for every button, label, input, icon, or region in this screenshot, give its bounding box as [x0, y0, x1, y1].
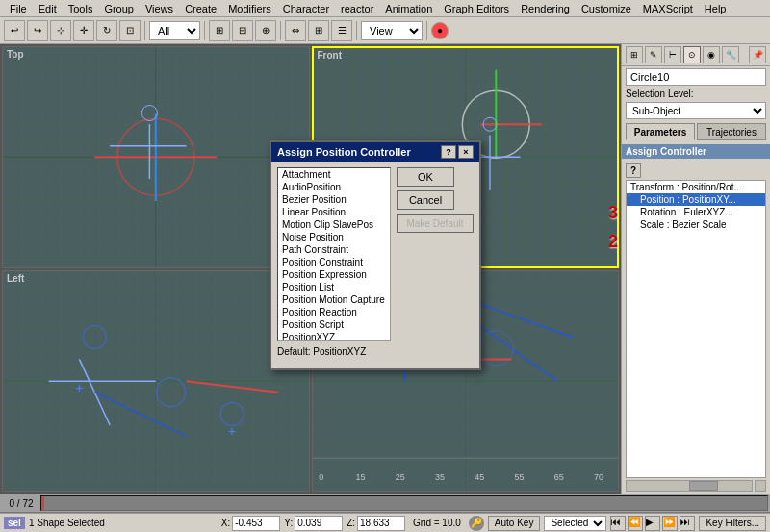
menu-edit[interactable]: Edit: [33, 3, 63, 14]
dialog-make-default-button[interactable]: Make Default: [397, 214, 474, 233]
right-panel: ⊞ ✎ ⊢ ⊙ ◉ 🔧 📌 Circle10 Selection Level: …: [621, 44, 770, 494]
menu-views[interactable]: Views: [140, 3, 179, 14]
dl-attachment[interactable]: Attachment: [278, 168, 390, 181]
rotate-button[interactable]: ↻: [96, 20, 117, 41]
dl-mclip[interactable]: Motion Clip SlavePos: [278, 218, 390, 231]
svg-line-23: [94, 392, 186, 436]
snap-button[interactable]: ⊞: [209, 20, 230, 41]
dl-posmotioncap[interactable]: Position Motion Capture: [278, 293, 390, 306]
sel-label: sel: [4, 517, 25, 529]
svg-text:65: 65: [553, 472, 563, 482]
ctrl-item-transform[interactable]: Transform : Position/Rot...: [627, 181, 765, 193]
dialog-help-btn[interactable]: ?: [441, 145, 456, 159]
timeline-track[interactable]: [40, 495, 768, 511]
tab-trajectories[interactable]: Trajectories: [697, 123, 766, 140]
dl-posconstraint[interactable]: Position Constraint: [278, 256, 390, 268]
menu-reactor[interactable]: reactor: [335, 3, 379, 14]
layers-button[interactable]: ☰: [331, 20, 352, 41]
menu-graph-editors[interactable]: Graph Editors: [438, 3, 515, 14]
assign-help-icon[interactable]: ?: [626, 163, 641, 178]
viewport-front-label: Front: [318, 50, 343, 61]
svg-text:0: 0: [319, 472, 323, 482]
prev-frame-btn[interactable]: ⏪: [628, 516, 643, 531]
scale-button[interactable]: ⊡: [119, 20, 141, 41]
dialog-title-text: Assign Position Controller: [277, 146, 411, 158]
play-btn[interactable]: ▶: [645, 516, 660, 531]
redo-button[interactable]: ↪: [27, 20, 48, 41]
dl-noise[interactable]: Noise Position: [278, 231, 390, 243]
tab-parameters[interactable]: Parameters: [626, 123, 695, 140]
z-input[interactable]: [357, 516, 405, 531]
dialog-close-btn[interactable]: ×: [458, 145, 474, 159]
y-input[interactable]: [295, 516, 343, 531]
dl-posreaction[interactable]: Position Reaction: [278, 306, 390, 318]
svg-text:45: 45: [475, 472, 484, 482]
filter-dropdown[interactable]: All: [149, 21, 200, 40]
display-panel-icon[interactable]: ◉: [703, 46, 720, 63]
selected-dropdown[interactable]: Selected: [544, 516, 606, 531]
select-button[interactable]: ⊹: [50, 20, 71, 41]
goto-start-btn[interactable]: ⏮: [610, 516, 626, 531]
menu-group[interactable]: Group: [98, 3, 140, 14]
menu-modifiers[interactable]: Modifiers: [222, 3, 277, 14]
ctrl-item-position[interactable]: Position : PositionXY...: [627, 193, 765, 206]
controller-type-list[interactable]: Attachment AudioPosition Bezier Position…: [277, 167, 391, 341]
dl-posexpr[interactable]: Position Expression: [278, 268, 390, 281]
create-panel-icon[interactable]: ⊞: [626, 46, 643, 63]
svg-text:+: +: [75, 379, 83, 394]
selection-level-dropdown[interactable]: Sub-Object: [626, 102, 766, 119]
hierarchy-panel-icon[interactable]: ⊢: [664, 46, 681, 63]
menu-maxscript[interactable]: MAXScript: [637, 3, 699, 14]
controller-list[interactable]: Transform : Position/Rot... Position : P…: [626, 180, 766, 478]
viewport-left[interactable]: Left + +: [2, 270, 310, 493]
menu-rendering[interactable]: Rendering: [515, 3, 576, 14]
viewport-top[interactable]: Top: [2, 46, 310, 268]
utility-panel-icon[interactable]: 🔧: [722, 46, 739, 63]
dl-posscript[interactable]: Position Script: [278, 318, 390, 331]
move-button[interactable]: ✛: [73, 20, 94, 41]
assign-position-dialog[interactable]: Assign Position Controller ? × Attachmen…: [270, 140, 481, 370]
snap2-button[interactable]: ⊟: [232, 20, 253, 41]
menu-customize[interactable]: Customize: [576, 3, 637, 14]
dl-linear[interactable]: Linear Position: [278, 206, 390, 218]
mirror-button[interactable]: ⇔: [285, 20, 306, 41]
dialog-cancel-button[interactable]: Cancel: [397, 190, 454, 210]
dl-bezier[interactable]: Bezier Position: [278, 193, 390, 206]
shape-selected-text: 1 Shape Selected: [29, 518, 105, 528]
timeline-counter: 0 / 72: [2, 498, 40, 509]
render-button[interactable]: ●: [431, 22, 449, 39]
modify-panel-icon[interactable]: ✎: [645, 46, 662, 63]
dialog-ok-button[interactable]: OK: [397, 167, 454, 187]
motion-panel-icon[interactable]: ⊙: [683, 46, 701, 63]
next-frame-btn[interactable]: ⏩: [662, 516, 678, 531]
menu-tools[interactable]: Tools: [63, 3, 99, 14]
dl-path[interactable]: Path Constraint: [278, 243, 390, 256]
object-name-field[interactable]: Circle10: [626, 68, 766, 86]
panel-tabs: Parameters Trajectories: [626, 123, 766, 140]
x-field: X:: [221, 516, 280, 531]
menu-help[interactable]: Help: [699, 3, 732, 14]
view-dropdown[interactable]: View: [361, 21, 423, 40]
menu-animation[interactable]: Animation: [379, 3, 438, 14]
menu-character[interactable]: Character: [277, 3, 335, 14]
align-button[interactable]: ⊞: [308, 20, 329, 41]
pin-icon[interactable]: 📌: [749, 46, 766, 63]
menu-create[interactable]: Create: [179, 3, 222, 14]
undo-button[interactable]: ↩: [4, 20, 25, 41]
auto-key-button[interactable]: Auto Key: [488, 516, 541, 531]
timeline: 0 / 72: [0, 494, 770, 513]
ctrl-item-rotation[interactable]: Rotation : EulerXYZ...: [627, 206, 765, 218]
dl-poslist[interactable]: Position List: [278, 281, 390, 293]
h-scrollbar-thumb[interactable]: [689, 481, 718, 491]
x-input[interactable]: [232, 516, 280, 531]
dl-posxyz[interactable]: PositionXYZ: [278, 331, 390, 341]
ctrl-item-scale[interactable]: Scale : Bezier Scale: [627, 218, 765, 231]
snap3-button[interactable]: ⊕: [255, 20, 276, 41]
h-scrollbar[interactable]: [626, 480, 753, 492]
key-filters-button[interactable]: Key Filters...: [699, 516, 766, 531]
dl-audioposition[interactable]: AudioPosition: [278, 181, 390, 193]
menu-file[interactable]: File: [4, 3, 33, 14]
goto-end-btn[interactable]: ⏭: [680, 516, 695, 531]
svg-text:25: 25: [395, 472, 404, 482]
z-field: Z:: [346, 516, 405, 531]
